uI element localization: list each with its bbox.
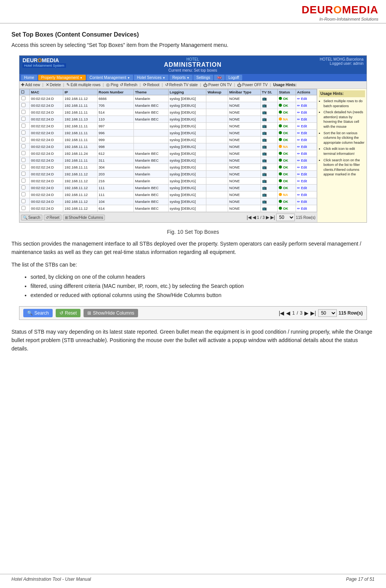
row-checkbox[interactable]	[20, 171, 30, 178]
row-actions[interactable]: ✏ Edit	[296, 191, 317, 198]
sb-last-page[interactable]: ▶|	[310, 310, 316, 316]
rows-per-page-select[interactable]: 50 25 100	[276, 214, 295, 221]
search-button[interactable]: 🔍 Search	[21, 215, 42, 220]
row-checkbox[interactable]	[20, 150, 30, 157]
nav-logoff[interactable]: Logoff	[225, 75, 242, 80]
nav-home[interactable]: Home	[21, 75, 37, 80]
row-actions[interactable]: ✏ Edit	[296, 123, 317, 130]
row-checkbox[interactable]	[20, 130, 30, 137]
sb-reset-button[interactable]: ↺ Reset	[56, 309, 80, 317]
row-checkbox[interactable]	[20, 198, 30, 205]
table-row: 00:02:02:24:D 192.168.11.12 216 Mandarin…	[20, 178, 317, 185]
row-actions[interactable]: ✏ Edit	[296, 164, 317, 171]
row-checkbox[interactable]	[20, 102, 30, 109]
toolbar-edit-multiple[interactable]: ✎ Edit multiple rows	[66, 82, 100, 87]
row-actions[interactable]: ✏ Edit	[296, 137, 317, 143]
row-status: NA	[278, 143, 296, 150]
brand-logo: DEUROMEDIA	[302, 4, 378, 16]
row-checkbox[interactable]	[20, 137, 30, 143]
row-actions[interactable]: ✏ Edit	[296, 198, 317, 205]
row-checkbox[interactable]	[20, 95, 30, 102]
col-theme[interactable]: Theme	[133, 89, 168, 95]
nav-reports[interactable]: Reports	[169, 75, 193, 80]
row-checkbox[interactable]	[20, 205, 30, 212]
row-actions[interactable]: ✏ Edit	[296, 95, 317, 102]
row-actions[interactable]: ✏ Edit	[296, 116, 317, 123]
row-actions[interactable]: ✏ Edit	[296, 157, 317, 164]
row-actions[interactable]: ✏ Edit	[296, 171, 317, 178]
page-next[interactable]: ▶	[266, 215, 269, 220]
page-prev[interactable]: ◀	[253, 215, 256, 220]
fig-caption: Fig. 10 Set Top Boxes	[11, 229, 375, 235]
row-actions[interactable]: ✏ Edit	[296, 205, 317, 212]
row-actions[interactable]: ✏ Edit	[296, 143, 317, 150]
row-actions[interactable]: ✏ Edit	[296, 150, 317, 157]
row-checkbox[interactable]	[20, 143, 30, 150]
toolbar-refresh[interactable]: ↺ Refresh	[120, 82, 137, 87]
col-minibar[interactable]: Minibar Type	[228, 89, 261, 95]
sb-rows-per-page[interactable]: 50 25 100	[318, 309, 337, 317]
row-status: OK	[278, 137, 296, 143]
col-wakeup[interactable]: Wakeup	[206, 89, 228, 95]
row-checkbox[interactable]	[20, 116, 30, 123]
col-tvst[interactable]: TV St.	[261, 89, 278, 95]
row-tvst: 📺	[261, 198, 278, 205]
show-hide-columns-button[interactable]: ⊞ Show/Hide Columns	[63, 215, 105, 220]
row-room: 111	[97, 185, 133, 191]
row-mac: 00:02:02:24:D	[30, 150, 63, 157]
row-checkbox[interactable]	[20, 178, 30, 185]
row-mac: 00:02:02:24:D	[30, 102, 63, 109]
col-mac[interactable]: MAC	[30, 89, 63, 95]
reboot-icon: ⟳	[143, 82, 146, 87]
col-checkbox[interactable]: ☐	[20, 89, 30, 95]
columns-icon: ⊞	[65, 215, 68, 220]
row-checkbox[interactable]	[20, 109, 30, 116]
row-checkbox[interactable]	[20, 123, 30, 130]
row-tvst: 📺	[261, 164, 278, 171]
row-checkbox[interactable]	[20, 185, 30, 191]
page-first[interactable]: |◀	[247, 215, 251, 220]
toolbar-refresh-tv[interactable]: ↺ Refresh TV state	[165, 82, 198, 87]
table-row: 00:02:02:24:D 192.168.11.12 6666 Mandari…	[20, 95, 317, 102]
reset-button[interactable]: ↺ Reset	[44, 215, 61, 220]
toolbar-add-new[interactable]: ✚ Add new	[21, 82, 40, 87]
row-checkbox[interactable]	[20, 191, 30, 198]
admin-hotel-text: HOTEL	[66, 57, 320, 61]
sb-next-page[interactable]: ▶	[304, 310, 309, 316]
row-room: 612	[97, 150, 133, 157]
table-row: 00:02:02:24:D 192.168.11.11 311 Mandarin…	[20, 157, 317, 164]
row-actions[interactable]: ✏ Edit	[296, 109, 317, 116]
row-actions[interactable]: ✏ Edit	[296, 185, 317, 191]
sb-prev-page[interactable]: ◀	[286, 310, 290, 316]
toolbar-delete[interactable]: ✕ Delete	[46, 82, 61, 87]
toolbar-power-on[interactable]: ⏻ Power ON TV	[203, 83, 232, 87]
nav-content-management[interactable]: Content Management	[87, 75, 133, 80]
row-tvst: 📺	[261, 123, 278, 130]
col-room[interactable]: Room Number	[97, 89, 133, 95]
row-actions[interactable]: ✏ Edit	[296, 130, 317, 137]
col-ip[interactable]: IP	[63, 89, 97, 95]
row-wakeup	[206, 198, 228, 205]
nav-flag-icon[interactable]: 🇬🇧	[214, 75, 225, 80]
toolbar-power-off[interactable]: ⏻ Power OFF TV	[237, 83, 268, 87]
nav-property-management[interactable]: Property Management	[38, 75, 86, 80]
sb-first-page[interactable]: |◀	[279, 310, 285, 316]
row-logging: syslog [DEBUG]	[168, 130, 206, 137]
page-last[interactable]: ▶|	[270, 215, 275, 220]
col-logging[interactable]: Logging	[168, 89, 206, 95]
sb-columns-button[interactable]: ⊞ Show/Hide Columns	[84, 309, 138, 317]
nav-settings[interactable]: Settings	[193, 75, 213, 80]
row-actions[interactable]: ✏ Edit	[296, 102, 317, 109]
row-checkbox[interactable]	[20, 157, 30, 164]
nav-hotel-services[interactable]: Hotel Services	[134, 75, 169, 80]
sb-reset-icon: ↺	[60, 310, 63, 316]
row-minibar: NONE	[228, 157, 261, 164]
col-status[interactable]: Status	[278, 89, 296, 95]
row-minibar: NONE	[228, 150, 261, 157]
row-checkbox[interactable]	[20, 164, 30, 171]
sb-search-button[interactable]: 🔍 Search	[23, 309, 53, 317]
toolbar-reboot[interactable]: ⟳ Reboot	[143, 82, 159, 87]
row-status: OK	[278, 171, 296, 178]
row-actions[interactable]: ✏ Edit	[296, 178, 317, 185]
toolbar-ping[interactable]: ◎ Ping	[106, 82, 118, 87]
